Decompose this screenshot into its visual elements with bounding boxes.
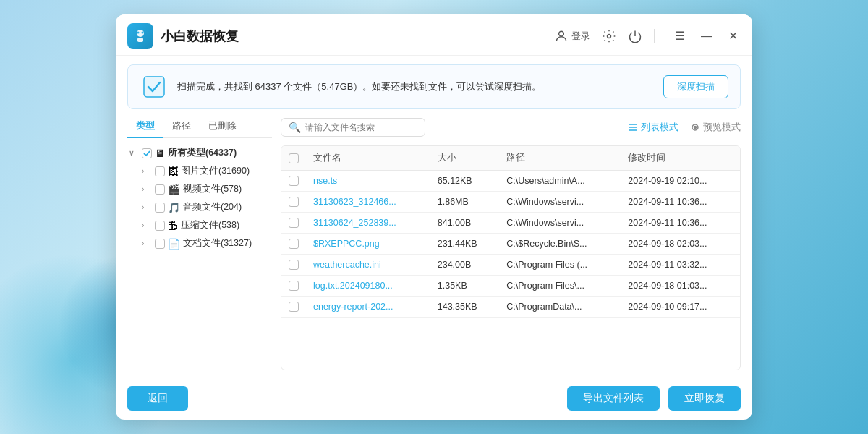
row-path: C:\Windows\servi...	[499, 213, 621, 234]
recover-button[interactable]: 立即恢复	[668, 386, 741, 411]
row-checkbox[interactable]	[289, 197, 299, 207]
footer: 返回 导出文件列表 立即恢复	[116, 379, 752, 420]
tree-item-videos[interactable]: › 🎬 视频文件(578)	[127, 180, 272, 198]
table-row: 31130624_252839... 841.00B C:\Windows\se…	[281, 213, 740, 234]
tree-root-checkbox[interactable]	[142, 148, 152, 158]
svg-point-3	[142, 32, 144, 34]
tree-item-label: 图片文件(31690)	[181, 165, 250, 177]
main-content: 类型 路径 已删除 ∨ 🖥 所有类型(64337) ›	[116, 115, 752, 379]
drive-icon: 🖥	[155, 148, 165, 159]
col-check[interactable]	[281, 146, 306, 171]
row-checkbox-cell[interactable]	[281, 255, 306, 276]
power-btn[interactable]	[628, 29, 642, 43]
tree-item-audio[interactable]: › 🎵 音频文件(204)	[127, 198, 272, 216]
row-path: C:\Program Files\...	[499, 276, 621, 297]
table-row: nse.ts 65.12KB C:\Users\admin\A... 2024-…	[281, 171, 740, 192]
right-toolbar: 🔍 列表模式 预览模式	[281, 115, 741, 140]
tree-root[interactable]: ∨ 🖥 所有类型(64337)	[127, 144, 272, 162]
svg-rect-1	[137, 38, 143, 42]
row-modified: 2024-09-19 02:10...	[621, 171, 740, 192]
minimize-btn[interactable]: —	[698, 29, 715, 43]
tree-item-images[interactable]: › 🖼 图片文件(31690)	[127, 162, 272, 180]
row-checkbox[interactable]	[289, 260, 299, 270]
search-box[interactable]: 🔍	[281, 118, 425, 137]
list-mode-btn[interactable]: 列表模式	[628, 122, 678, 134]
title-bar: 小白数据恢复 登录 ☰	[116, 14, 752, 56]
export-button[interactable]: 导出文件列表	[567, 386, 660, 411]
tree-item-checkbox[interactable]	[155, 166, 165, 176]
col-modified: 修改时间	[621, 146, 740, 171]
row-size: 1.35KB	[430, 276, 500, 297]
row-filename: $RXEPPCC.png	[306, 234, 430, 255]
tree-root-label: 所有类型(64337)	[168, 147, 237, 159]
tree-item-label: 文档文件(31327)	[183, 237, 252, 250]
select-all-checkbox[interactable]	[289, 153, 299, 163]
row-filename: 31130623_312466...	[306, 192, 430, 213]
back-button[interactable]: 返回	[127, 386, 188, 411]
row-size: 841.00B	[430, 213, 500, 234]
app-window: 小白数据恢复 登录 ☰	[116, 14, 752, 420]
tree-item-checkbox[interactable]	[155, 184, 165, 195]
expand-icon: ∨	[129, 149, 139, 157]
row-modified: 2024-09-18 01:03...	[621, 276, 740, 297]
title-left: 小白数据恢复	[127, 23, 239, 49]
scan-bar: 扫描完成，共找到 64337 个文件（5.47GB）。如要还未找到文件，可以尝试…	[127, 64, 741, 109]
preview-mode-btn[interactable]: 预览模式	[690, 122, 741, 134]
tree-item-checkbox[interactable]	[155, 221, 165, 231]
row-path: C:\$Recycle.Bin\S...	[499, 234, 621, 255]
tree-item-label: 压缩文件(538)	[181, 219, 239, 231]
row-size: 143.35KB	[430, 297, 500, 318]
user-login-btn[interactable]: 登录	[554, 29, 590, 43]
row-checkbox[interactable]	[289, 281, 299, 291]
tree-item-checkbox[interactable]	[155, 203, 165, 213]
deep-scan-button[interactable]: 深度扫描	[663, 75, 728, 98]
window-controls: ☰ — ✕	[672, 29, 741, 43]
table-row: log.txt.202409180... 1.35KB C:\Program F…	[281, 276, 740, 297]
view-modes: 列表模式 预览模式	[628, 122, 741, 134]
row-checkbox-cell[interactable]	[281, 213, 306, 234]
tree-item-docs[interactable]: › 📄 文档文件(31327)	[127, 234, 272, 252]
expand-icon: ›	[142, 221, 152, 229]
settings-btn[interactable]	[602, 29, 616, 43]
tree-item-label: 视频文件(578)	[183, 183, 242, 195]
right-panel: 🔍 列表模式 预览模式	[281, 115, 741, 370]
menu-btn[interactable]: ☰	[672, 29, 688, 43]
row-filename: weathercache.ini	[306, 255, 430, 276]
row-path: C:\Windows\servi...	[499, 192, 621, 213]
table-row: $RXEPPCC.png 231.44KB C:\$Recycle.Bin\S.…	[281, 234, 740, 255]
row-checkbox-cell[interactable]	[281, 234, 306, 255]
row-checkbox[interactable]	[289, 239, 299, 249]
app-title: 小白数据恢复	[161, 27, 239, 45]
table-header-row: 文件名 大小 路径 修改时间	[281, 146, 740, 171]
row-modified: 2024-09-10 09:17...	[621, 297, 740, 318]
search-icon: 🔍	[289, 122, 301, 133]
row-filename: log.txt.202409180...	[306, 276, 430, 297]
list-mode-label: 列表模式	[641, 122, 678, 134]
tree-item-archives[interactable]: › 🗜 压缩文件(538)	[127, 216, 272, 234]
tab-deleted[interactable]: 已删除	[200, 115, 245, 138]
table-row: 31130623_312466... 1.86MB C:\Windows\ser…	[281, 192, 740, 213]
row-modified: 2024-09-18 02:03...	[621, 234, 740, 255]
svg-point-4	[559, 31, 564, 36]
col-path: 路径	[499, 146, 621, 171]
row-modified: 2024-09-11 10:36...	[621, 192, 740, 213]
row-modified: 2024-09-11 10:36...	[621, 213, 740, 234]
row-checkbox-cell[interactable]	[281, 192, 306, 213]
close-btn[interactable]: ✕	[726, 29, 741, 43]
row-size: 234.00B	[430, 255, 500, 276]
row-size: 65.12KB	[430, 171, 500, 192]
table-row: weathercache.ini 234.00B C:\Program File…	[281, 255, 740, 276]
audio-icon: 🎵	[168, 202, 180, 213]
row-checkbox-cell[interactable]	[281, 297, 306, 318]
tab-path[interactable]: 路径	[163, 115, 200, 138]
row-path: C:\Users\admin\A...	[499, 171, 621, 192]
row-checkbox-cell[interactable]	[281, 171, 306, 192]
row-checkbox[interactable]	[289, 176, 299, 186]
tab-type[interactable]: 类型	[127, 115, 163, 138]
left-panel: 类型 路径 已删除 ∨ 🖥 所有类型(64337) ›	[127, 115, 272, 370]
search-input[interactable]	[305, 122, 417, 132]
row-checkbox[interactable]	[289, 218, 299, 228]
tree-item-checkbox[interactable]	[155, 239, 165, 249]
row-checkbox-cell[interactable]	[281, 276, 306, 297]
row-checkbox[interactable]	[289, 302, 299, 312]
